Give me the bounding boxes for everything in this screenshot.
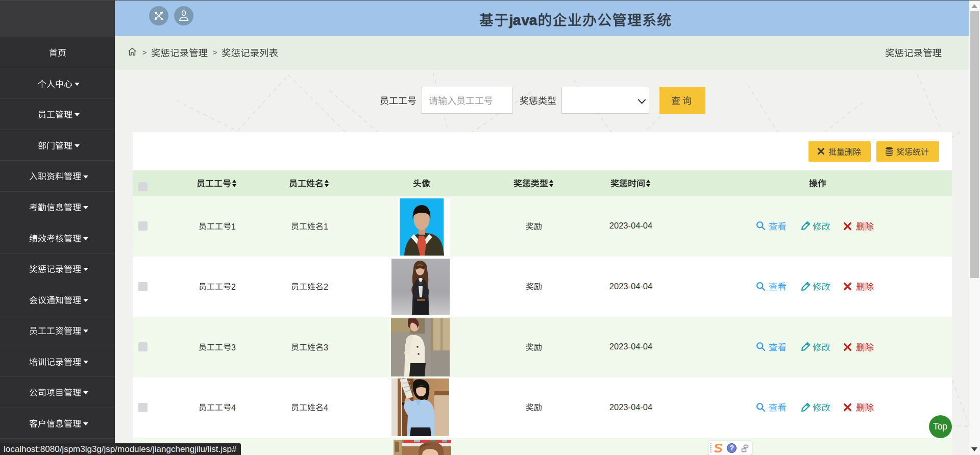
- svg-text:3: 3: [324, 343, 328, 351]
- svg-text:1: 1: [231, 222, 236, 231]
- svg-text:a: a: [529, 13, 537, 29]
- svg-text:a: a: [513, 13, 521, 29]
- svg-text:4: 4: [231, 403, 236, 412]
- svg-text:1: 1: [324, 222, 328, 231]
- svg-text:v: v: [522, 13, 530, 29]
- svg-text:4: 4: [324, 403, 328, 412]
- svg-text:2: 2: [231, 283, 236, 291]
- svg-text:3: 3: [231, 343, 236, 351]
- svg-text:2: 2: [324, 283, 328, 291]
